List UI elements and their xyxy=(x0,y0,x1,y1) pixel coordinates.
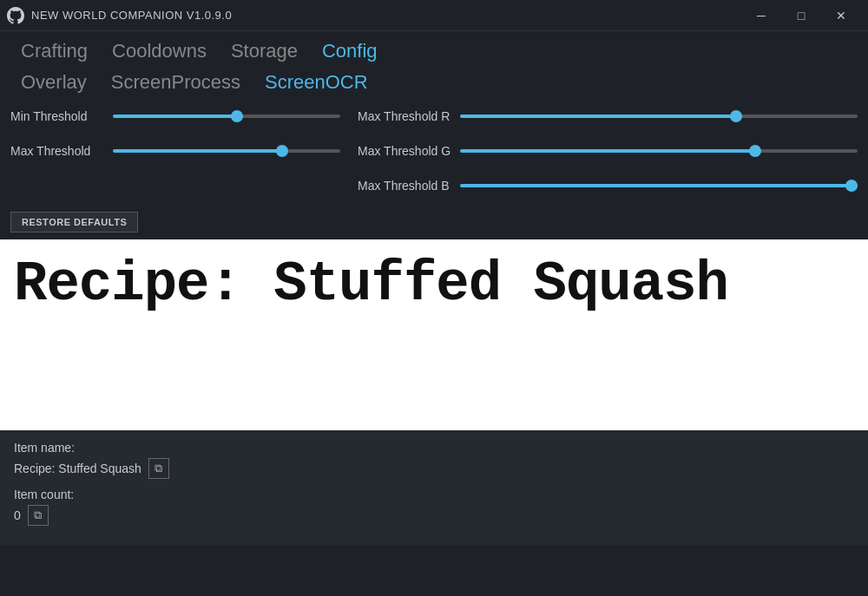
max-threshold-r-label: Max Threshold R xyxy=(358,109,453,123)
max-threshold-row: Max Threshold xyxy=(10,142,340,160)
item-name-row: Recipe: Stuffed Squash ⧉ xyxy=(14,458,854,479)
copy-count-icon: ⧉ xyxy=(34,508,42,522)
item-name-label: Item name: xyxy=(14,441,854,455)
max-threshold-r-slider[interactable] xyxy=(460,115,858,118)
sliders-left: Min Threshold Max Threshold xyxy=(10,108,340,203)
item-info: Item name: Recipe: Stuffed Squash ⧉ Item… xyxy=(0,430,868,545)
max-threshold-g-container xyxy=(460,142,858,160)
max-threshold-r-row: Max Threshold R xyxy=(358,108,858,125)
max-threshold-label: Max Threshold xyxy=(10,144,106,158)
preview-text: Recipe: Stuffed Squash xyxy=(14,257,728,312)
min-threshold-slider[interactable] xyxy=(113,115,340,118)
tab-overlay[interactable]: Overlay xyxy=(9,68,99,97)
nav-tabs-row2: Overlay ScreenProcess ScreenOCR xyxy=(0,66,868,101)
item-count-row: 0 ⧉ xyxy=(14,505,854,526)
minimize-button[interactable]: ─ xyxy=(741,0,781,31)
tab-config[interactable]: Config xyxy=(310,36,390,66)
title-bar-text: NEW WORLD COMPANION V1.0.9.0 xyxy=(31,9,741,22)
restore-defaults-button[interactable]: RESTORE DEFAULTS xyxy=(10,212,138,233)
copy-name-button[interactable]: ⧉ xyxy=(148,458,169,479)
preview-area: Recipe: Stuffed Squash xyxy=(0,239,868,430)
close-button[interactable]: ✕ xyxy=(821,0,861,31)
max-threshold-g-slider[interactable] xyxy=(460,149,858,153)
sliders-section: Min Threshold Max Threshold Max Threshol… xyxy=(0,101,868,206)
item-count-value: 0 xyxy=(14,508,21,522)
max-threshold-r-container xyxy=(460,108,858,125)
max-threshold-b-slider[interactable] xyxy=(460,184,858,187)
max-threshold-slider-container xyxy=(113,142,340,160)
max-threshold-g-row: Max Threshold G xyxy=(358,142,858,160)
sliders-right: Max Threshold R Max Threshold G Max Thre… xyxy=(358,108,858,203)
tab-storage[interactable]: Storage xyxy=(219,36,310,66)
tab-screenocr[interactable]: ScreenOCR xyxy=(253,68,380,97)
max-threshold-b-label: Max Threshold B xyxy=(358,179,453,193)
item-name-value: Recipe: Stuffed Squash xyxy=(14,462,141,475)
tab-crafting[interactable]: Crafting xyxy=(9,36,100,66)
copy-count-button[interactable]: ⧉ xyxy=(28,505,49,526)
max-threshold-b-row: Max Threshold B xyxy=(358,177,858,194)
min-threshold-label: Min Threshold xyxy=(10,109,106,123)
min-threshold-slider-container xyxy=(113,108,340,125)
item-count-label: Item count: xyxy=(14,488,854,501)
window-controls: ─ □ ✕ xyxy=(741,0,861,31)
maximize-button[interactable]: □ xyxy=(781,0,821,31)
app-icon xyxy=(7,7,24,24)
max-threshold-slider[interactable] xyxy=(113,149,340,153)
tab-cooldowns[interactable]: Cooldowns xyxy=(100,36,219,66)
copy-icon: ⧉ xyxy=(155,462,162,475)
nav-tabs: Crafting Cooldowns Storage Config xyxy=(0,31,868,66)
title-bar: NEW WORLD COMPANION V1.0.9.0 ─ □ ✕ xyxy=(0,0,868,31)
min-threshold-row: Min Threshold xyxy=(10,108,340,125)
max-threshold-g-label: Max Threshold G xyxy=(358,144,453,158)
tab-screenprocess[interactable]: ScreenProcess xyxy=(99,68,253,97)
max-threshold-b-container xyxy=(460,177,858,194)
